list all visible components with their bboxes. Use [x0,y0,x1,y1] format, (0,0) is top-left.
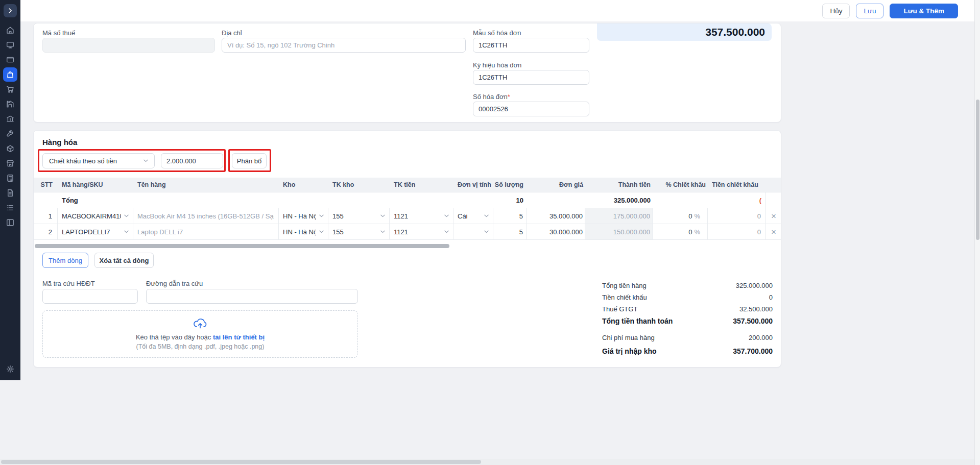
discount-pct-value: 0 [688,228,692,236]
stock-account-select[interactable]: 155 [328,208,390,224]
quantity-cell[interactable]: 5 [493,208,527,224]
unit-price-cell[interactable]: 35.000.000 [527,208,585,224]
summary-label: Tổng tiền hàng [602,282,647,289]
col-header-discount-pct: % Chiết khấu [653,178,708,192]
gear-icon [6,364,15,374]
invoice-symbol-label: Ký hiệu hóa đơn [473,61,521,69]
discount-type-select[interactable]: Chiết khấu theo số tiền [42,153,155,168]
allocate-button[interactable]: Phân bổ [232,153,267,168]
unit-select[interactable] [453,224,493,240]
table-row: 1 MACBOOKAIRM410 MacBook Air M4 15 inche… [34,208,781,224]
sidebar-expand-button[interactable] [4,4,17,17]
page-horizontal-scrollbar[interactable] [0,459,974,465]
unit-price-cell[interactable]: 30.000.000 [527,224,585,240]
sku-select[interactable]: LAPTOPDELLI7 [58,224,133,240]
vertical-scrollbar-thumb[interactable] [976,100,979,240]
sidebar-item-purchases[interactable] [3,67,17,82]
invoice-template-label: Mẫu số hóa đơn [473,29,521,37]
invoice-number-label: Số hóa đơn* [473,93,510,101]
invoice-symbol-input[interactable] [473,70,589,85]
sidebar-item-list[interactable] [3,201,17,215]
warehouse-value: HN - Hà Nộ [283,212,316,220]
cart-icon [6,85,15,94]
sidebar-item-calculator[interactable] [3,171,17,185]
warehouse-select[interactable]: HN - Hà Nộ [279,224,328,240]
page-vertical-scrollbar[interactable] [974,0,980,465]
summary-label: Giá trị nhập kho [602,347,657,355]
invoice-template-input[interactable] [473,38,589,53]
sidebar-item-tools[interactable] [3,127,17,141]
item-name-cell[interactable]: Laptop DELL i7 [133,224,279,240]
save-button[interactable]: Lưu [856,4,883,18]
app-window: Hủy Lưu Lưu & Thêm Mã số thuế [0,0,980,465]
sidebar-item-layout[interactable] [3,215,17,230]
discount-pct-cell[interactable]: 0% [653,208,708,224]
sidebar-item-cart[interactable] [3,82,17,96]
sidebar-item-home[interactable] [3,23,17,37]
items-table: STT Mã hàng/SKU Tên hàng Kho TK kho TK t… [34,178,781,240]
store-icon [6,159,15,168]
sidebar-item-settings[interactable] [3,362,17,376]
table-row: 2 LAPTOPDELLI7 Laptop DELL i7 HN - Hà Nộ… [34,224,781,240]
summary-value: 357.700.000 [733,347,773,355]
horizontal-scrollbar-thumb[interactable] [1,460,481,464]
summary-label: Chi phí mua hàng [602,334,655,341]
money-account-value: 1121 [394,212,408,220]
sku-select[interactable]: MACBOOKAIRM410 [58,208,133,224]
unit-value: Cái [458,212,468,220]
cloud-upload-icon [193,317,208,329]
money-account-select[interactable]: 1121 [390,224,453,240]
summary-row-stock-value: Giá trị nhập kho357.700.000 [602,347,773,355]
sidebar-item-card[interactable] [3,53,17,67]
sku-value: LAPTOPDELLI7 [62,228,110,236]
save-and-add-button[interactable]: Lưu & Thêm [890,4,958,18]
wrench-icon [6,129,15,138]
tax-code-input[interactable] [42,38,215,53]
summary-label: Tiền chiết khấu [602,293,647,301]
delete-all-rows-button[interactable]: Xóa tất cả dòng [94,253,154,268]
bank-icon [6,114,15,124]
col-header-quantity: Số lượng [493,178,527,192]
sidebar-item-bank[interactable] [3,112,17,126]
percent-sign: % [694,228,700,236]
total-price-cell [527,192,585,208]
sidebar-item-package[interactable] [3,141,17,156]
upload-from-device-link[interactable]: tải lên từ thiết bị [213,333,265,341]
add-row-button[interactable]: Thêm dòng [42,253,88,268]
display-icon [6,40,15,50]
discount-pct-cell[interactable]: 0% [653,224,708,240]
lookup-code-label: Mã tra cứu HĐĐT [42,280,95,287]
sidebar-item-warehouse[interactable] [3,97,17,111]
money-account-select[interactable]: 1121 [390,208,453,224]
chevron-down-icon [444,230,449,233]
lookup-url-input[interactable] [146,289,358,304]
address-input[interactable] [222,38,466,53]
chevron-down-icon [124,214,129,217]
warehouse-icon [6,100,15,109]
stock-account-select[interactable]: 155 [328,224,390,240]
sidebar-item-documents[interactable] [3,186,17,200]
address-label: Địa chỉ [222,29,242,37]
chevron-down-icon [380,230,385,233]
sidebar-item-store[interactable] [3,156,17,170]
sidebar-item-display[interactable] [3,38,17,52]
summary-row-discount: Tiền chiết khấu0 [602,293,773,301]
table-horizontal-scrollbar[interactable] [35,244,449,248]
lookup-code-input[interactable] [42,289,138,304]
warehouse-select[interactable]: HN - Hà Nộ [279,208,328,224]
delete-row-cell: × [765,208,781,224]
package-icon [6,144,15,153]
item-name-cell[interactable]: MacBook Air M4 15 inches (16GB-512GB / S… [133,208,279,224]
cancel-button[interactable]: Hủy [822,4,850,18]
delete-row-icon[interactable]: × [771,228,776,236]
col-header-stt: STT [34,178,58,192]
col-header-discount-amount-text: Tiền chiết khấu [712,181,760,188]
unit-select[interactable]: Cái [453,208,493,224]
invoice-number-input[interactable] [473,102,589,116]
discount-amount-input[interactable] [161,153,223,168]
quantity-cell[interactable]: 5 [493,224,527,240]
table-total-row: Tổng 10 325.000.000 ( [34,192,781,208]
money-account-value: 1121 [394,228,408,236]
delete-row-icon[interactable]: × [771,212,776,221]
file-dropzone[interactable]: Kéo thả tệp vào đây hoặc tải lên từ thiế… [42,310,358,358]
